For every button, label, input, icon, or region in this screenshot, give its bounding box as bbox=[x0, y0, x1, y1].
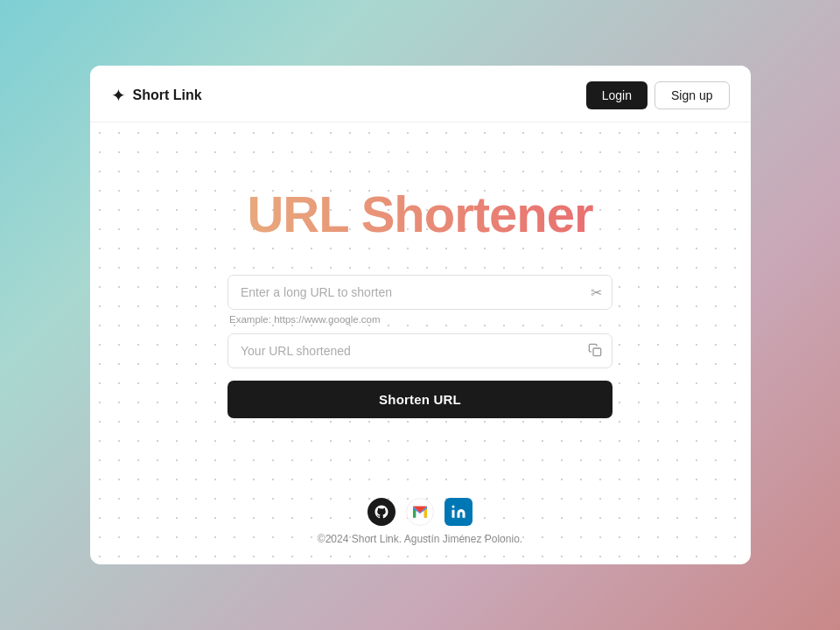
svg-rect-1 bbox=[452, 510, 455, 518]
footer: ©2024 Short Link. Agustín Jiménez Poloni… bbox=[90, 498, 751, 564]
brand-name: Short Link bbox=[133, 88, 202, 103]
url-output-wrapper bbox=[228, 333, 612, 368]
github-icon[interactable] bbox=[368, 498, 396, 526]
signup-button[interactable]: Sign up bbox=[654, 81, 729, 109]
shorten-url-button[interactable]: Shorten URL bbox=[228, 381, 612, 418]
copy-icon[interactable] bbox=[588, 343, 602, 360]
gmail-icon[interactable] bbox=[406, 498, 434, 526]
brand: ✦ Short Link bbox=[111, 85, 202, 106]
example-text: Example: https://www.google.com bbox=[228, 314, 612, 325]
brand-icon: ✦ bbox=[111, 85, 126, 106]
main-content: URL Shortener ✂ Example: https://www.goo… bbox=[90, 122, 751, 498]
svg-rect-0 bbox=[593, 348, 601, 356]
nav-buttons: Login Sign up bbox=[586, 81, 730, 109]
input-section: ✂ Example: https://www.google.com Shorte… bbox=[228, 275, 612, 418]
footer-copyright: ©2024 Short Link. Agustín Jiménez Poloni… bbox=[318, 533, 522, 545]
hero-title: URL Shortener bbox=[247, 185, 592, 243]
url-input[interactable] bbox=[228, 275, 612, 310]
svg-point-2 bbox=[452, 506, 455, 508]
url-input-wrapper: ✂ bbox=[228, 275, 612, 310]
navbar: ✦ Short Link Login Sign up bbox=[90, 66, 751, 122]
url-output[interactable] bbox=[228, 333, 612, 368]
linkedin-icon[interactable] bbox=[444, 498, 472, 526]
main-card: ✦ Short Link Login Sign up URL Shortener… bbox=[90, 66, 751, 564]
social-icons bbox=[368, 498, 472, 526]
login-button[interactable]: Login bbox=[586, 81, 648, 109]
